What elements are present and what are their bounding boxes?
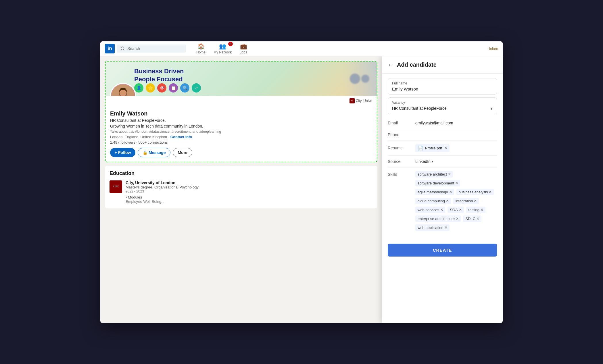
skill-tag-label: web services — [418, 208, 439, 212]
phone-field[interactable]: Phone — [388, 129, 497, 141]
blur-avatar-1 — [350, 74, 360, 84]
svg-point-0 — [121, 47, 124, 50]
skill-tag-label: enterprise architecture — [418, 217, 455, 221]
skill-tag-label: cloud computing — [418, 199, 445, 203]
banner-icon-5: 🔍 — [180, 83, 189, 93]
panel-title: Add candidate — [397, 61, 437, 68]
source-field[interactable]: Source LinkedIn ▾ — [388, 156, 497, 167]
profile-avatar-container — [110, 83, 136, 96]
svg-line-1 — [124, 49, 124, 50]
skill-tag: SDLC✕ — [463, 215, 481, 222]
network-badge: 8 — [228, 42, 233, 46]
file-icon: 📄 — [418, 145, 423, 151]
banner-icon-3: 🎯 — [157, 83, 166, 93]
linkedin-logo[interactable]: in — [105, 44, 115, 53]
email-field[interactable]: Email emilywats@mail.com — [388, 117, 497, 129]
chevron-down-icon: ▾ — [490, 106, 493, 111]
skill-tag: software development✕ — [415, 180, 460, 186]
profile-avatar — [110, 83, 136, 96]
skill-remove-button[interactable]: ✕ — [474, 199, 477, 203]
source-label: Source — [388, 159, 411, 164]
file-remove-button[interactable]: ✕ — [444, 146, 447, 150]
skill-tag: SOA✕ — [448, 207, 464, 213]
network-icon: 👥 — [219, 43, 226, 50]
search-input[interactable] — [127, 46, 183, 51]
vacancy-label: Vacancy — [392, 101, 493, 105]
home-icon: 🏠 — [197, 43, 205, 50]
skills-tags-container: software architect✕software development✕… — [415, 171, 497, 231]
skill-remove-button[interactable]: ✕ — [459, 208, 462, 212]
vacancy-field[interactable]: Vacancy HR Consultant at PeopleForce ▾ — [388, 97, 497, 114]
panel-header: ← Add candidate — [382, 56, 503, 74]
full-name-value: Emily Watson — [392, 86, 493, 91]
skill-remove-button[interactable]: ✕ — [440, 208, 443, 212]
contact-info-link[interactable]: Contact info — [170, 135, 192, 139]
education-info: City, University of London Master's degr… — [126, 180, 199, 204]
skills-section: Skills software architect✕software devel… — [388, 167, 497, 234]
linkedin-navbar: in 🏠 Home 👥 My Network 8 💼 Jobs inium — [100, 41, 503, 56]
skill-remove-button[interactable]: ✕ — [448, 172, 451, 176]
nav-item-home[interactable]: 🏠 Home — [193, 42, 209, 55]
skill-remove-button[interactable]: ✕ — [456, 217, 458, 221]
banner-icon-2: ⭐ — [146, 83, 155, 93]
resume-field[interactable]: Resume 📄 Profile.pdf ✕ — [388, 141, 497, 156]
education-section-title: Education — [110, 170, 373, 176]
source-value: LinkedIn — [415, 159, 431, 164]
school-name: City, University of London — [126, 180, 199, 185]
resume-label: Resume — [388, 146, 411, 150]
skill-remove-button[interactable]: ✕ — [449, 190, 452, 194]
nav-label-network: My Network — [214, 50, 232, 54]
profile-location: London, England, United Kingdom · Contac… — [110, 135, 372, 139]
search-icon — [120, 46, 125, 51]
source-dropdown[interactable]: LinkedIn ▾ — [415, 159, 433, 164]
source-dropdown-arrow-icon: ▾ — [432, 159, 433, 163]
skill-tag: business analysis✕ — [456, 189, 494, 195]
phone-label: Phone — [388, 132, 411, 137]
create-button-wrap: CREATE — [382, 239, 503, 261]
skill-remove-button[interactable]: ✕ — [481, 208, 483, 212]
profile-info-section: C City, Unive Emily Watson HR Consultant… — [105, 96, 377, 162]
full-name-field[interactable]: Full name Emily Watson — [388, 78, 497, 95]
skill-remove-button[interactable]: ✕ — [445, 226, 447, 230]
skill-tag-label: business analysis — [459, 190, 488, 194]
nav-item-network[interactable]: 👥 My Network 8 — [210, 42, 235, 55]
profile-card-wrapper: Business Driven People Focused 👤 ⭐ 🎯 📋 🔍… — [105, 61, 377, 162]
resume-filename: Profile.pdf — [425, 146, 442, 150]
email-label: Email — [388, 121, 411, 125]
follow-button[interactable]: + Follow — [110, 148, 135, 157]
skill-tag-label: software architect — [418, 172, 447, 176]
skill-remove-button[interactable]: ✕ — [489, 190, 491, 194]
email-value: emilywats@mail.com — [415, 121, 453, 125]
skill-tag: cloud computing✕ — [415, 198, 451, 204]
edu-modules-detail: Employee Well-Being... — [126, 199, 199, 204]
skill-tag: software architect✕ — [415, 171, 453, 178]
edu-degree: Master's degree, Organisational Psycholo… — [126, 185, 199, 189]
vacancy-value: HR Consultant at PeopleForce — [392, 106, 447, 111]
edu-years: 2022 - 2023 — [126, 189, 199, 193]
school-logo: CITY — [110, 180, 122, 193]
add-candidate-panel: ← Add candidate Full name Emily Watson V… — [382, 56, 503, 323]
jobs-icon: 💼 — [240, 43, 247, 50]
linkedin-profile-area: Business Driven People Focused 👤 ⭐ 🎯 📋 🔍… — [100, 56, 382, 323]
nav-items: 🏠 Home 👥 My Network 8 💼 Jobs — [193, 42, 251, 55]
resume-file-chip[interactable]: 📄 Profile.pdf ✕ — [415, 144, 450, 152]
skill-tag-label: testing — [468, 208, 479, 212]
main-content: Business Driven People Focused 👤 ⭐ 🎯 📋 🔍… — [100, 56, 503, 323]
search-bar-container[interactable] — [117, 45, 186, 53]
skill-tag: agile methodology✕ — [415, 189, 454, 195]
create-button[interactable]: CREATE — [388, 244, 497, 257]
nav-item-jobs[interactable]: 💼 Jobs — [236, 42, 250, 55]
nav-label-jobs: Jobs — [240, 50, 247, 54]
skill-remove-button[interactable]: ✕ — [455, 181, 458, 185]
full-name-label: Full name — [392, 81, 493, 85]
vacancy-select[interactable]: HR Consultant at PeopleForce ▾ — [392, 106, 493, 111]
back-button[interactable]: ← — [388, 61, 393, 68]
edu-modules-label: • Modules — [126, 195, 199, 199]
banner-blur-area — [342, 61, 377, 96]
message-button[interactable]: 🔒 Message — [138, 148, 170, 157]
skill-remove-button[interactable]: ✕ — [446, 199, 449, 203]
more-button[interactable]: More — [173, 148, 192, 157]
premium-link[interactable]: inium — [489, 47, 498, 51]
skill-remove-button[interactable]: ✕ — [477, 217, 479, 221]
skill-tag: web services✕ — [415, 207, 445, 213]
